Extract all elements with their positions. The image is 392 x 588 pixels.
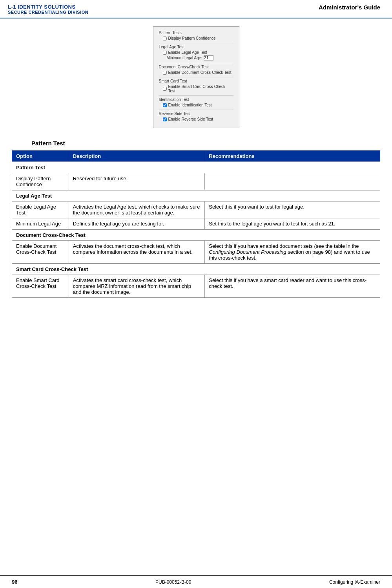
table-row: Display Pattern Confidence Reserved for … [12,173,380,191]
min-legal-age-input[interactable] [204,55,213,60]
option-enable-legal-age: Enable Legal Age Test [12,201,69,218]
desc-enable-doc-crosscheck: Activates the document cross-check test,… [69,241,205,264]
table-row: Smart Card Cross-Check Test [12,264,380,275]
doc-crosscheck-label: Document Cross-Check Test [159,65,233,69]
desc-enable-smart-card: Activates the smart card cross-check tes… [69,275,205,298]
min-legal-age-row: Minimum Legal Age: [167,55,233,60]
rec-enable-doc-crosscheck: Select this if you have enabled document… [205,241,380,264]
enable-reverse-side-row: Enable Reverse Side Test [163,117,233,121]
footer-page-number: 96 [12,579,17,585]
enable-identification-row: Enable Identification Test [163,103,233,107]
group-header-pattern-test: Pattern Test [12,162,380,173]
group-header-legal-age: Legal Age Test [12,190,380,201]
group-header-doc-crosscheck: Document Cross-Check Test [12,229,380,241]
enable-doc-crosscheck-row: Enable Document Cross-Check Test [163,70,233,75]
page-footer: 96 PUB-00052-B-00 Configuring iA-Examine… [0,575,392,588]
display-pattern-label: Display Pattern Confidence [168,36,216,40]
screenshot-box: Pattern Tests Display Pattern Confidence… [153,26,239,128]
enable-smart-card-label: Enable Smart Card Cross-Check Test [168,84,233,93]
rec-min-legal-age: Set this to the legal age you want to te… [205,218,380,230]
identification-label: Identification Test [159,97,233,102]
enable-doc-crosscheck-label: Enable Document Cross-Check Test [168,70,232,75]
logo-line1: L-1 IDENTITY SOLUTIONS [8,4,88,10]
footer-right-text: Configuring iA-Examiner [329,579,380,585]
enable-legal-age-row: Enable Legal Age Test [163,50,233,55]
rec-doc-part1: Select this if you have enabled document… [209,243,359,249]
min-legal-age-label: Minimum Legal Age: [167,56,202,60]
header-title: Administrator's Guide [319,4,380,11]
smart-card-label: Smart Card Test [159,79,233,83]
legal-age-label: Legal Age Test [159,45,233,49]
reverse-side-label: Reverse Side Test [159,112,233,116]
rec-enable-smart-card: Select this if you have a smart card rea… [205,275,380,298]
main-content: Pattern Tests Display Pattern Confidence… [0,18,392,313]
enable-reverse-side-checkbox[interactable] [163,117,167,121]
enable-smart-card-row: Enable Smart Card Cross-Check Test [163,84,233,93]
display-pattern-checkbox[interactable] [163,37,167,40]
enable-legal-age-label: Enable Legal Age Test [168,50,207,55]
enable-doc-crosscheck-checkbox[interactable] [163,71,167,75]
identification-group: Identification Test Enable Identificatio… [159,97,233,107]
doc-crosscheck-group: Document Cross-Check Test Enable Documen… [159,65,233,75]
table-row: Legal Age Test [12,190,380,201]
table-row: Enable Document Cross-Check Test Activat… [12,241,380,264]
table-row: Enable Smart Card Cross-Check Test Activ… [12,275,380,298]
group-header-smart-card: Smart Card Cross-Check Test [12,264,380,275]
desc-display-pattern: Reserved for future use. [69,173,205,191]
rec-display-pattern [205,173,380,191]
table-row: Pattern Test [12,162,380,173]
rec-doc-italic: Configuring Document Processing [209,249,286,255]
logo-line2: SECURE CREDENTIALING DIVISION [8,10,88,15]
section-heading: Pattern Test [31,140,380,147]
enable-legal-age-checkbox[interactable] [163,51,167,55]
enable-reverse-side-label: Enable Reverse Side Test [168,117,213,121]
table-row: Document Cross-Check Test [12,229,380,241]
logo-section: L-1 IDENTITY SOLUTIONS SECURE CREDENTIAL… [8,4,88,15]
desc-min-legal-age: Defines the legal age you are testing fo… [69,218,205,230]
enable-smart-card-checkbox[interactable] [163,87,167,91]
option-enable-doc-crosscheck: Enable Document Cross-Check Test [12,241,69,264]
table-row: Enable Legal Age Test Activates the Lega… [12,201,380,218]
page-header: L-1 IDENTITY SOLUTIONS SECURE CREDENTIAL… [0,0,392,18]
footer-pub-number: PUB-00052-B-00 [155,579,191,585]
desc-enable-legal-age: Activates the Legal Age test, which chec… [69,201,205,218]
smart-card-group: Smart Card Test Enable Smart Card Cross-… [159,79,233,93]
rec-enable-legal-age: Select this if you want to test for lega… [205,201,380,218]
col-header-option: Option [12,151,69,162]
table-row: Minimum Legal Age Defines the legal age … [12,218,380,230]
option-display-pattern: Display Pattern Confidence [12,173,69,191]
enable-identification-checkbox[interactable] [163,103,167,107]
col-header-recommendations: Recommendations [205,151,380,162]
option-min-legal-age: Minimum Legal Age [12,218,69,230]
option-enable-smart-card: Enable Smart Card Cross-Check Test [12,275,69,298]
legal-age-group: Legal Age Test Enable Legal Age Test Min… [159,45,233,60]
enable-identification-label: Enable Identification Test [168,103,212,107]
screenshot-area: Pattern Tests Display Pattern Confidence… [12,26,380,128]
table-header-row: Option Description Recommendations [12,151,380,162]
reverse-side-group: Reverse Side Test Enable Reverse Side Te… [159,112,233,121]
display-pattern-row: Display Pattern Confidence [163,36,233,40]
pattern-tests-group: Pattern Tests Display Pattern Confidence [159,31,233,40]
col-header-description: Description [69,151,205,162]
pattern-test-table: Option Description Recommendations Patte… [12,150,380,298]
pattern-tests-label: Pattern Tests [159,31,233,35]
